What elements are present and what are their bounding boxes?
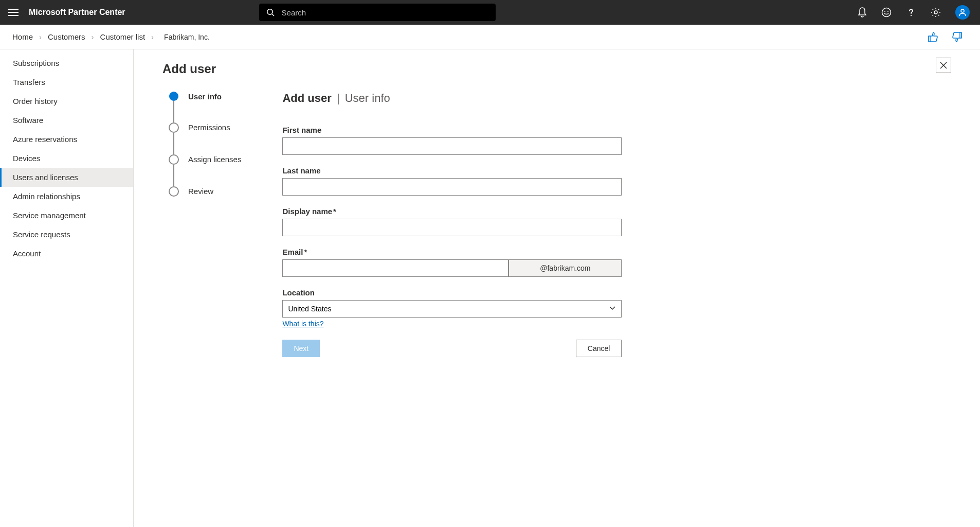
sidebar-item-label: Users and licenses: [13, 173, 78, 182]
main-layout: Subscriptions Transfers Order history So…: [0, 49, 980, 527]
form-title: Add user | User info: [282, 92, 622, 105]
chevron-right-icon: ›: [151, 32, 154, 41]
sidebar-item-order-history[interactable]: Order history: [0, 92, 133, 111]
step-circle-icon: [169, 186, 179, 197]
location-select[interactable]: [282, 300, 622, 318]
breadcrumb-customers[interactable]: Customers: [48, 32, 85, 41]
sidebar-item-label: Service requests: [13, 230, 70, 239]
what-is-this-link[interactable]: What is this?: [282, 320, 323, 328]
step-assign-licenses[interactable]: Assign licenses: [168, 154, 241, 186]
feedback-controls: [927, 31, 964, 43]
display-name-label-text: Display name: [282, 207, 332, 216]
step-label: Permissions: [188, 122, 230, 133]
help-icon[interactable]: [906, 7, 916, 17]
sidebar-item-account[interactable]: Account: [0, 244, 133, 263]
avatar[interactable]: [955, 5, 970, 20]
sidebar-item-label: Admin relationships: [13, 192, 80, 201]
notifications-icon[interactable]: [858, 7, 867, 17]
breadcrumb: Home › Customers › Customer list › Fabri…: [12, 32, 210, 41]
sidebar-item-service-requests[interactable]: Service requests: [0, 225, 133, 244]
svg-point-7: [961, 9, 964, 12]
sidebar-item-label: Order history: [13, 97, 58, 106]
sidebar-item-devices[interactable]: Devices: [0, 149, 133, 168]
field-first-name: First name: [282, 126, 622, 155]
field-last-name: Last name: [282, 166, 622, 196]
sidebar-item-label: Account: [13, 249, 41, 258]
email-label-text: Email: [282, 248, 303, 256]
sidebar-item-transfers[interactable]: Transfers: [0, 73, 133, 92]
step-permissions[interactable]: Permissions: [168, 122, 241, 154]
display-name-input[interactable]: [282, 219, 622, 236]
email-label: Email*: [282, 248, 622, 256]
first-name-input[interactable]: [282, 137, 622, 155]
breadcrumb-row: Home › Customers › Customer list › Fabri…: [0, 25, 980, 49]
step-connector: [173, 101, 174, 122]
sidebar-item-subscriptions[interactable]: Subscriptions: [0, 54, 133, 73]
svg-point-4: [887, 11, 888, 12]
thumbs-down-icon[interactable]: [951, 31, 964, 43]
step-circle-icon: [169, 154, 179, 165]
email-domain-suffix: @fabrikam.com: [509, 259, 622, 277]
location-label: Location: [282, 288, 622, 297]
breadcrumb-customer-list[interactable]: Customer list: [100, 32, 146, 41]
form-title-separator: |: [337, 92, 340, 104]
step-connector: [173, 165, 174, 186]
email-input[interactable]: [282, 259, 509, 277]
last-name-label: Last name: [282, 166, 622, 175]
search-box[interactable]: [259, 4, 496, 21]
wizard-stepper: User info Permissions Assign licenses: [168, 92, 241, 357]
close-icon: [940, 62, 947, 69]
form-title-sub: User info: [345, 92, 390, 104]
step-user-info[interactable]: User info: [168, 92, 241, 122]
step-label: Review: [188, 186, 213, 197]
header-icons: [858, 5, 970, 20]
step-circle-icon: [169, 92, 178, 101]
svg-point-2: [882, 8, 891, 17]
sidebar-item-label: Service management: [13, 211, 86, 220]
sidebar-item-users-and-licenses[interactable]: Users and licenses: [0, 168, 133, 187]
svg-point-3: [884, 11, 885, 12]
location-select-value[interactable]: [282, 300, 622, 318]
sidebar-item-label: Software: [13, 116, 43, 125]
step-label: User info: [188, 92, 222, 102]
breadcrumb-home[interactable]: Home: [12, 32, 33, 41]
sidebar-item-label: Devices: [13, 154, 40, 163]
sidebar: Subscriptions Transfers Order history So…: [0, 49, 134, 527]
thumbs-up-icon[interactable]: [927, 31, 939, 43]
last-name-input[interactable]: [282, 178, 622, 196]
svg-point-0: [267, 9, 272, 14]
sidebar-item-software[interactable]: Software: [0, 111, 133, 130]
sidebar-item-admin-relationships[interactable]: Admin relationships: [0, 187, 133, 206]
main-content: Add user User info Permissions: [134, 49, 980, 527]
field-display-name: Display name*: [282, 207, 622, 236]
breadcrumb-current: Fabrikam, Inc.: [164, 33, 210, 41]
close-button[interactable]: [936, 58, 951, 73]
field-location: Location What is this?: [282, 288, 622, 328]
step-label: Assign licenses: [188, 154, 241, 165]
next-button[interactable]: Next: [282, 340, 320, 357]
sidebar-item-service-management[interactable]: Service management: [0, 206, 133, 225]
step-review[interactable]: Review: [168, 186, 241, 197]
top-header: Microsoft Partner Center: [0, 0, 980, 25]
cancel-button[interactable]: Cancel: [576, 340, 622, 357]
form-panel: Add user | User info First name Last nam…: [282, 92, 622, 357]
hamburger-menu-icon[interactable]: [8, 9, 19, 16]
feedback-smiley-icon[interactable]: [881, 7, 892, 17]
step-circle-icon: [169, 122, 179, 133]
sidebar-item-label: Subscriptions: [13, 59, 59, 67]
svg-point-5: [911, 15, 912, 16]
sidebar-item-label: Transfers: [13, 78, 45, 86]
svg-point-6: [934, 11, 937, 14]
display-name-label: Display name*: [282, 207, 622, 216]
search-icon: [266, 8, 275, 16]
brand-title: Microsoft Partner Center: [29, 8, 125, 17]
settings-gear-icon[interactable]: [931, 7, 941, 17]
button-row: Next Cancel: [282, 340, 622, 357]
search-input[interactable]: [282, 8, 488, 17]
sidebar-item-label: Azure reservations: [13, 135, 77, 144]
chevron-right-icon: ›: [92, 32, 94, 41]
sidebar-item-azure-reservations[interactable]: Azure reservations: [0, 130, 133, 149]
page-title: Add user: [162, 62, 951, 76]
field-email: Email* @fabrikam.com: [282, 248, 622, 277]
content-row: User info Permissions Assign licenses: [162, 92, 951, 357]
